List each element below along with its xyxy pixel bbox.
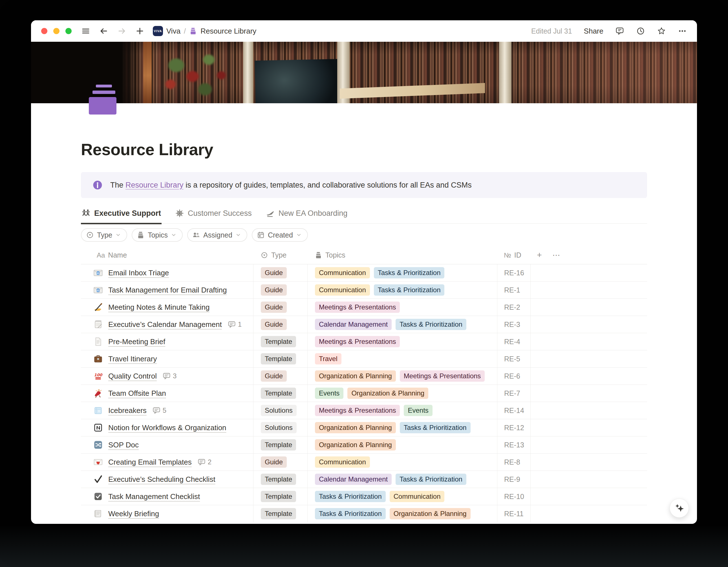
- page-link[interactable]: Task Management Checklist: [108, 492, 200, 501]
- table-row[interactable]: Task Management ChecklistTemplateTasks &…: [81, 488, 647, 505]
- page-link[interactable]: Task Management for Email Drafting: [108, 286, 227, 295]
- name-cell[interactable]: Task Management Checklist: [81, 488, 253, 505]
- table-row[interactable]: ETask Management for Email DraftingGuide…: [81, 281, 647, 299]
- table-row[interactable]: EEmail Inbox TriageGuideCommunicationTas…: [81, 264, 647, 281]
- topics-cell[interactable]: Meetings & Presentations: [307, 333, 497, 350]
- name-cell[interactable]: ETask Management for Email Drafting: [81, 281, 253, 299]
- page-link[interactable]: Icebreakers: [108, 406, 147, 415]
- page-link[interactable]: Pre-Meeting Brief: [108, 338, 165, 346]
- minimize-window-button[interactable]: [53, 28, 59, 34]
- type-cell[interactable]: Template: [253, 471, 307, 488]
- filter-created[interactable]: Created: [252, 228, 308, 242]
- page-link[interactable]: Weekly Briefing: [108, 509, 159, 518]
- page-link[interactable]: Creating Email Templates: [108, 458, 192, 467]
- table-row[interactable]: SOP DocTemplateOrganization & PlanningRE…: [81, 436, 647, 454]
- topics-cell[interactable]: Meetings & PresentationsEvents: [307, 402, 497, 419]
- name-cell[interactable]: Meeting Notes & Minute Taking: [81, 299, 253, 316]
- table-row[interactable]: Notion for Workflows & OrganizationSolut…: [81, 419, 647, 436]
- callout-link[interactable]: Resource Library: [125, 181, 184, 189]
- page-link[interactable]: Quality Control: [108, 372, 157, 381]
- table-row[interactable]: Executive’s Calendar Management1GuideCal…: [81, 316, 647, 333]
- type-cell[interactable]: Solutions: [253, 419, 307, 436]
- comment-count-badge[interactable]: 5: [153, 407, 166, 414]
- filter-topics[interactable]: Topics: [132, 228, 183, 242]
- back-icon[interactable]: [99, 27, 108, 36]
- name-cell[interactable]: Notion for Workflows & Organization: [81, 419, 253, 436]
- more-options-icon[interactable]: [678, 27, 687, 36]
- tab-executive-support[interactable]: Executive Support: [81, 207, 162, 224]
- type-cell[interactable]: Guide: [253, 281, 307, 299]
- topics-cell[interactable]: Travel: [307, 350, 497, 367]
- filter-type[interactable]: Type: [81, 228, 127, 242]
- name-cell[interactable]: 100Quality Control3: [81, 368, 253, 385]
- type-cell[interactable]: Guide: [253, 368, 307, 385]
- topics-cell[interactable]: CommunicationTasks & Prioritization: [307, 264, 497, 281]
- type-cell[interactable]: Guide: [253, 454, 307, 471]
- page-link[interactable]: SOP Doc: [108, 441, 139, 449]
- topics-cell[interactable]: Calendar ManagementTasks & Prioritizatio…: [307, 316, 497, 333]
- table-row[interactable]: Meeting Notes & Minute TakingGuideMeetin…: [81, 299, 647, 316]
- comments-icon[interactable]: [615, 27, 624, 36]
- name-cell[interactable]: Travel Itinerary: [81, 350, 253, 367]
- type-cell[interactable]: Template: [253, 505, 307, 522]
- name-cell[interactable]: Weekly Briefing: [81, 505, 253, 522]
- forward-icon[interactable]: [117, 27, 126, 36]
- table-row[interactable]: Weekly BriefingTemplateTasks & Prioritiz…: [81, 505, 647, 522]
- type-cell[interactable]: Template: [253, 436, 307, 453]
- breadcrumb-workspace[interactable]: Viva: [166, 27, 180, 36]
- table-row[interactable]: Pre-Meeting BriefTemplateMeetings & Pres…: [81, 333, 647, 350]
- comment-count-badge[interactable]: 3: [163, 372, 177, 380]
- sidebar-menu-icon[interactable]: [81, 27, 90, 36]
- table-row[interactable]: 100Quality Control3GuideOrganization & P…: [81, 368, 647, 385]
- comment-count-badge[interactable]: 2: [198, 458, 211, 466]
- page-link[interactable]: Team Offsite Plan: [108, 389, 166, 398]
- name-cell[interactable]: Executive’s Calendar Management1: [81, 316, 253, 333]
- page-link[interactable]: Email Inbox Triage: [108, 268, 169, 277]
- name-cell[interactable]: Creating Email Templates2: [81, 454, 253, 471]
- share-button[interactable]: Share: [584, 27, 603, 36]
- page-link[interactable]: Executive’s Scheduling Checklist: [108, 475, 215, 484]
- favorite-star-icon[interactable]: [657, 27, 666, 36]
- name-cell[interactable]: EEmail Inbox Triage: [81, 264, 253, 281]
- page-link[interactable]: Notion for Workflows & Organization: [108, 424, 226, 432]
- topics-cell[interactable]: Calendar ManagementTasks & Prioritizatio…: [307, 471, 497, 488]
- table-row[interactable]: Creating Email Templates2GuideCommunicat…: [81, 454, 647, 471]
- breadcrumb-page[interactable]: Resource Library: [200, 27, 256, 36]
- topics-cell[interactable]: Communication: [307, 454, 497, 471]
- workspace-logo[interactable]: VIVA: [153, 26, 163, 36]
- topics-cell[interactable]: EventsOrganization & Planning: [307, 385, 497, 402]
- type-cell[interactable]: Guide: [253, 316, 307, 333]
- table-row[interactable]: Executive’s Scheduling ChecklistTemplate…: [81, 471, 647, 488]
- name-cell[interactable]: Pre-Meeting Brief: [81, 333, 253, 350]
- topics-cell[interactable]: Organization & PlanningMeetings & Presen…: [307, 368, 497, 385]
- type-cell[interactable]: Solutions: [253, 402, 307, 419]
- filter-assigned[interactable]: Assigned: [187, 228, 247, 242]
- name-cell[interactable]: Icebreakers5: [81, 402, 253, 419]
- type-cell[interactable]: Guide: [253, 264, 307, 281]
- name-cell[interactable]: Team Offsite Plan: [81, 385, 253, 402]
- topics-cell[interactable]: Tasks & PrioritizationCommunication: [307, 488, 497, 505]
- history-icon[interactable]: [636, 27, 645, 36]
- table-row[interactable]: Travel ItineraryTemplateTravelRE-5: [81, 350, 647, 368]
- type-cell[interactable]: Template: [253, 333, 307, 350]
- topics-cell[interactable]: Organization & Planning: [307, 436, 497, 453]
- type-cell[interactable]: Template: [253, 350, 307, 367]
- table-row[interactable]: Team Offsite PlanTemplateEventsOrganizat…: [81, 385, 647, 402]
- tab-customer-success[interactable]: Customer Success: [175, 207, 252, 224]
- type-cell[interactable]: Template: [253, 385, 307, 402]
- type-cell[interactable]: Template: [253, 488, 307, 505]
- topics-cell[interactable]: CommunicationTasks & Prioritization: [307, 281, 497, 299]
- name-cell[interactable]: SOP Doc: [81, 436, 253, 453]
- page-link[interactable]: Meeting Notes & Minute Taking: [108, 303, 209, 312]
- tab-new-ea-onboarding[interactable]: New EA Onboarding: [265, 207, 348, 224]
- page-title[interactable]: Resource Library: [81, 140, 213, 159]
- type-cell[interactable]: Guide: [253, 299, 307, 316]
- name-cell[interactable]: Executive’s Scheduling Checklist: [81, 471, 253, 488]
- page-link[interactable]: Executive’s Calendar Management: [108, 320, 222, 329]
- ai-assistant-button[interactable]: [670, 498, 689, 518]
- table-row[interactable]: Icebreakers5SolutionsMeetings & Presenta…: [81, 402, 647, 419]
- column-header-add[interactable]: +: [530, 250, 548, 260]
- column-header-more[interactable]: ⋯: [548, 250, 647, 260]
- comment-count-badge[interactable]: 1: [228, 321, 242, 328]
- topics-cell[interactable]: Tasks & PrioritizationOrganization & Pla…: [307, 505, 497, 522]
